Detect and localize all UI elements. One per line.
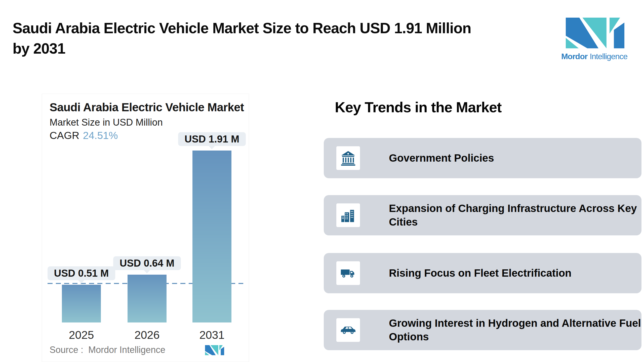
bank-icon [340, 150, 356, 166]
mordor-intelligence-logo-icon [566, 18, 624, 48]
value-bubble-2026: USD 0.64 M [113, 256, 181, 270]
footer-logo-mark-icon [205, 345, 224, 355]
icon-box [336, 203, 360, 227]
bar-2025 [62, 285, 101, 322]
icon-box [336, 318, 360, 342]
city-buildings-icon [340, 207, 356, 223]
trend-label: Government Policies [389, 151, 494, 165]
brand-logo-card: MordorIntelligence [555, 14, 634, 80]
category-label-2031: 2031 [192, 329, 231, 342]
key-trends-heading: Key Trends in the Market [335, 99, 502, 116]
icon-box [336, 261, 360, 285]
trend-label: Rising Focus on Fleet Electrification [389, 266, 572, 280]
trend-card-hydrogen-alternative-fuel: Growing Interest in Hydrogen and Alterna… [324, 310, 641, 350]
chart-card: Saudi Arabia Electric Vehicle Market Mar… [42, 94, 249, 362]
value-bubble-2025: USD 0.51 M [48, 266, 115, 280]
trend-card-government-policies: Government Policies [324, 138, 641, 178]
trend-card-fleet-electrification: Rising Focus on Fleet Electrification [324, 253, 641, 293]
bar-group-2025: USD 0.51 M2025 [62, 94, 101, 322]
brand-logo-wordmark: MordorIntelligence [555, 52, 634, 61]
trend-card-charging-infrastructure: Expansion of Charging Infrastructure Acr… [324, 195, 641, 235]
value-bubble-2031: USD 1.91 M [178, 132, 246, 146]
page-title: Saudi Arabia Electric Vehicle Market Siz… [13, 18, 541, 59]
icon-box [336, 146, 360, 170]
bar-2026 [128, 275, 167, 322]
trend-label: Growing Interest in Hydrogen and Alterna… [389, 316, 641, 344]
plot-area: USD 0.51 M2025USD 0.64 M2026USD 1.91 M20… [42, 94, 249, 322]
category-label-2025: 2025 [62, 329, 101, 342]
car-icon [340, 325, 356, 335]
bar-group-2026: USD 0.64 M2026 [128, 94, 167, 322]
category-label-2026: 2026 [128, 329, 167, 342]
source-text: Source : Mordor Intelligence [50, 345, 165, 355]
trend-label: Expansion of Charging Infrastructure Acr… [389, 202, 637, 229]
bar-2031 [192, 151, 231, 322]
bar-group-2031: USD 1.91 M2031 [192, 94, 231, 322]
truck-icon [340, 268, 356, 279]
brand-name-light: Intelligence [590, 52, 627, 61]
brand-name-bold: Mordor [561, 52, 587, 61]
